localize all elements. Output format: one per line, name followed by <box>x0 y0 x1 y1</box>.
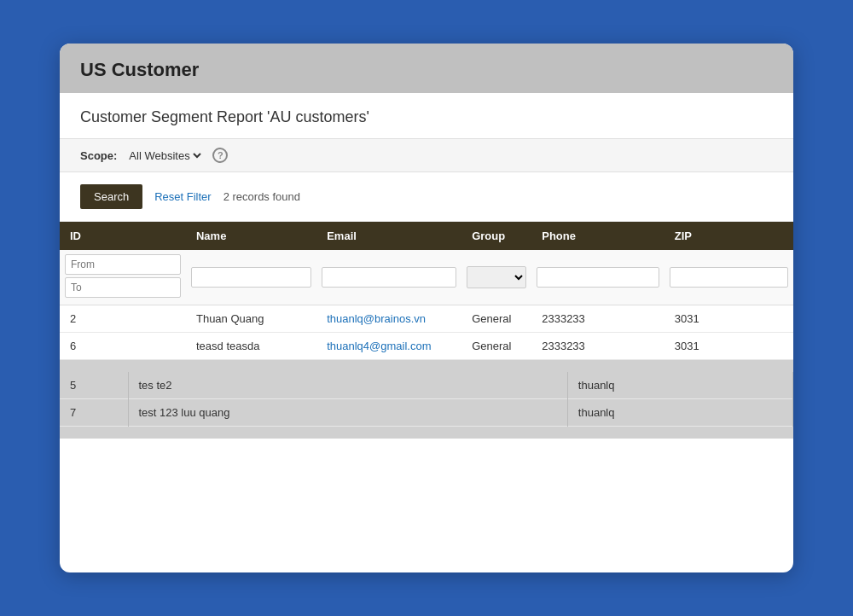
help-icon[interactable]: ? <box>212 148 228 163</box>
col-header-id: ID <box>60 222 186 250</box>
row2-id: 6 <box>60 333 186 360</box>
lower-row: 7 test 123 luu quang thuanlq <box>60 399 793 427</box>
scope-select[interactable]: All Websites Website 1 Website 2 <box>125 148 204 163</box>
email-filter-input[interactable] <box>322 267 456 288</box>
row2-email: thuanlq4@gmail.com <box>316 333 461 360</box>
reset-filter-button[interactable]: Reset Filter <box>154 190 211 203</box>
row1-email-link[interactable]: thuanlq@brainos.vn <box>327 312 426 325</box>
name-filter-cell <box>186 250 316 305</box>
row2-group: General <box>461 333 531 360</box>
row1-phone: 2333233 <box>531 305 664 333</box>
id-from-input[interactable] <box>65 254 181 275</box>
records-count: 2 records found <box>223 190 300 203</box>
lower-row1-email: thuanlq <box>567 372 792 399</box>
page-title: US Customer <box>80 59 773 81</box>
scope-label: Scope: <box>80 149 117 162</box>
lower-row: 5 tes te2 thuanlq <box>60 372 793 399</box>
row1-id: 2 <box>60 305 186 333</box>
filter-bar: Search Reset Filter 2 records found <box>60 172 793 221</box>
zip-filter-cell <box>664 250 793 305</box>
row1-zip: 3031 <box>664 305 793 333</box>
col-header-name: Name <box>186 222 316 250</box>
col-header-zip: ZIP <box>664 222 793 250</box>
lower-table: 5 tes te2 thuanlq 7 test 123 luu quang t… <box>60 372 793 427</box>
row2-email-link[interactable]: thuanlq4@gmail.com <box>327 340 431 352</box>
id-to-input[interactable] <box>65 277 181 298</box>
col-header-email: Email <box>316 222 461 250</box>
table-row: 6 teasd teasda thuanlq4@gmail.com Genera… <box>60 333 793 360</box>
group-filter-select[interactable]: General <box>467 266 526 288</box>
row1-email: thuanlq@brainos.vn <box>316 305 461 333</box>
group-filter-cell: General <box>461 250 531 305</box>
zip-filter-input[interactable] <box>670 267 788 288</box>
table-header-row: ID Name Email Group Phone ZIP <box>60 222 793 250</box>
card-header: US Customer <box>60 44 793 93</box>
row1-name: Thuan Quang <box>186 305 316 333</box>
report-title: Customer Segment Report 'AU customers' <box>80 108 773 126</box>
col-header-group: Group <box>461 222 531 250</box>
col-header-phone: Phone <box>531 222 664 250</box>
row2-zip: 3031 <box>664 333 793 360</box>
main-card: US Customer Customer Segment Report 'AU … <box>60 44 793 572</box>
table-row: 2 Thuan Quang thuanlq@brainos.vn General… <box>60 305 793 333</box>
lower-row1-name: tes te2 <box>128 372 567 399</box>
phone-filter-input[interactable] <box>537 267 659 288</box>
search-button[interactable]: Search <box>80 184 142 209</box>
scope-bar: Scope: All Websites Website 1 Website 2 … <box>60 139 793 172</box>
lower-row2-name: test 123 luu quang <box>128 399 567 427</box>
lower-row1-id: 5 <box>60 372 128 399</box>
email-filter-cell <box>316 250 461 305</box>
card-body: Customer Segment Report 'AU customers' S… <box>60 93 793 439</box>
data-table: ID Name Email Group Phone ZIP <box>60 222 793 360</box>
report-title-bar: Customer Segment Report 'AU customers' <box>60 93 793 139</box>
row2-phone: 2333233 <box>531 333 664 360</box>
data-table-wrapper: ID Name Email Group Phone ZIP <box>60 221 793 360</box>
phone-filter-cell <box>531 250 664 305</box>
filter-row: General <box>60 250 793 305</box>
name-filter-input[interactable] <box>191 267 311 288</box>
lower-row2-id: 7 <box>60 399 128 427</box>
lower-section: 5 tes te2 thuanlq 7 test 123 luu quang t… <box>60 360 793 439</box>
id-filter-cell <box>60 250 186 305</box>
lower-row2-email: thuanlq <box>567 399 792 427</box>
scope-dropdown[interactable]: All Websites Website 1 Website 2 <box>125 148 204 163</box>
row1-group: General <box>461 305 531 333</box>
row2-name: teasd teasda <box>186 333 316 360</box>
